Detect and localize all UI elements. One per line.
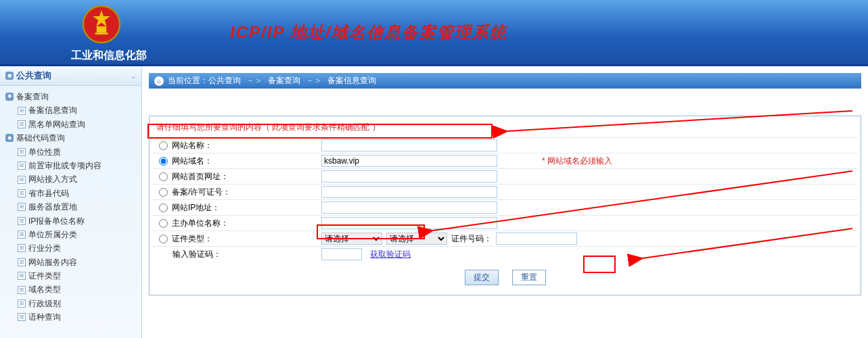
document-icon [18,107,26,115]
cert-no-label: 证件号码： [451,233,492,245]
bc-c[interactable]: 备案信息查询 [327,75,376,87]
input-sponsor[interactable] [321,217,497,229]
opt-site-name[interactable]: 网站名称： [152,140,321,151]
sidebar-item-label: 服务器放置地 [28,200,77,214]
bc-b[interactable]: 备案查询 [268,75,300,87]
input-cert-no[interactable] [496,233,577,245]
query-form: 请仔细填写您所要查询的内容（ 此项查询要求条件精确匹配 ） 网站名称： 网站域名… [149,116,861,295]
captcha-label: 输入验证码： [152,249,321,260]
gear-icon: ✱ [5,72,14,80]
svg-rect-2 [95,33,108,34]
sidebar-item-label: 黑名单网站查询 [28,118,85,131]
document-icon [18,299,26,308]
sidebar-item[interactable]: 域名类型 [3,283,139,296]
input-site-name[interactable] [321,139,497,151]
national-emblem-icon [81,4,122,45]
sidebar-item[interactable]: 前置审批或专项内容 [3,159,139,172]
system-title: ICP/IP 地址/域名信息备案管理系统 [230,22,507,43]
sidebar-item-label: 行政级别 [28,297,61,310]
sidebar-group-label: 基础代码查询 [16,131,65,145]
sidebar-item[interactable]: 单位所属分类 [3,228,139,241]
org-name: 工业和信息化部 [71,49,147,63]
sidebar-item[interactable]: 备案信息查询 [3,103,139,117]
home-icon: ⌂ [154,76,164,86]
sidebar-item-label: 网站服务内容 [28,256,77,269]
document-icon [18,120,26,128]
sidebar-item-label: 备案信息查询 [28,103,77,117]
input-site-domain[interactable] [321,155,497,167]
radio-site-ip[interactable] [159,203,168,212]
radio-site-domain[interactable] [159,157,168,166]
document-icon [18,258,26,266]
sidebar-group[interactable]: ✱基础代码查询 [3,131,139,145]
reset-button[interactable]: 重置 [512,270,546,285]
submit-button[interactable]: 提交 [465,270,499,285]
sidebar-item-label: 单位所属分类 [28,228,77,241]
sidebar-item[interactable]: 网站接入方式 [3,172,139,186]
bc-a[interactable]: 公共查询 [208,75,241,87]
radio-record-no[interactable] [159,188,168,197]
input-captcha[interactable] [321,248,362,260]
opt-record-no[interactable]: 备案/许可证号： [152,187,321,198]
document-icon [18,148,26,156]
svg-rect-1 [97,26,106,33]
opt-sponsor[interactable]: 主办单位名称： [152,218,321,229]
opt-site-ip[interactable]: 网站IP地址： [152,202,321,214]
document-icon [18,244,26,252]
select-cert-type-1[interactable]: 请选择 [321,233,382,245]
sidebar-item-label: 语种查询 [28,310,61,324]
sidebar: ✱ 公共查询 ⌄ ✱备案查询备案信息查询黑名单网站查询✱基础代码查询单位性质前置… [0,66,142,338]
breadcrumb: ⌂ 当前位置： 公共查询 －＞ 备案查询 －＞ 备案信息查询 [149,73,861,89]
sidebar-item-label: 行业分类 [28,241,61,255]
sidebar-item[interactable]: 省市县代码 [3,187,139,200]
opt-cert-type[interactable]: 证件类型： [152,233,321,245]
main-panel: ⌂ 当前位置： 公共查询 －＞ 备案查询 －＞ 备案信息查询 请仔细填写您所要查… [142,66,868,338]
document-icon [18,272,26,280]
input-record-no[interactable] [321,186,497,198]
document-icon [18,176,26,184]
sidebar-header[interactable]: ✱ 公共查询 ⌄ [0,66,141,86]
bc-arrow-icon: －＞ [246,75,262,87]
radio-sponsor[interactable] [159,219,168,228]
sidebar-item-label: 证件类型 [28,269,61,283]
document-icon [18,203,26,211]
radio-site-home[interactable] [159,172,168,181]
sidebar-item[interactable]: 黑名单网站查询 [3,118,139,131]
sidebar-group[interactable]: ✱备案查询 [3,90,139,103]
document-icon [18,231,26,239]
radio-cert-type[interactable] [159,235,168,243]
bc-prefix: 当前位置： [168,75,208,87]
document-icon [18,189,26,197]
sidebar-item-label: 域名类型 [28,283,61,296]
sidebar-item[interactable]: IP报备单位名称 [3,214,139,228]
sidebar-item[interactable]: 证件类型 [3,269,139,283]
sidebar-item[interactable]: 语种查询 [3,310,139,324]
document-icon [18,162,26,170]
document-icon [18,217,26,225]
sidebar-item[interactable]: 行业分类 [3,241,139,255]
domain-required-note: * 网站域名必须输入 [542,155,612,167]
sidebar-item[interactable]: 行政级别 [3,297,139,310]
input-site-home[interactable] [321,170,497,183]
sidebar-item[interactable]: 网站服务内容 [3,256,139,269]
opt-site-domain[interactable]: 网站域名： [152,155,321,167]
document-icon [18,286,26,294]
radio-site-name[interactable] [159,141,168,150]
sidebar-item-label: 前置审批或专项内容 [28,159,101,172]
chevron-down-icon: ⌄ [131,72,136,80]
select-cert-type-2[interactable]: 请选择 [386,233,447,245]
input-site-ip[interactable] [321,201,497,214]
gear-icon: ✱ [5,93,14,101]
sidebar-item-label: 单位性质 [28,145,61,159]
get-captcha-link[interactable]: 获取验证码 [370,249,411,260]
document-icon [18,313,26,321]
form-note: 请仔细填写您所要查询的内容（ 此项查询要求条件精确匹配 ） [152,120,858,137]
gear-icon: ✱ [5,134,14,142]
sidebar-item[interactable]: 单位性质 [3,145,139,159]
sidebar-item[interactable]: 服务器放置地 [3,200,139,214]
bc-arrow-icon: －＞ [306,75,322,87]
sidebar-item-label: 网站接入方式 [28,172,77,186]
opt-site-home[interactable]: 网站首页网址： [152,171,321,183]
sidebar-item-label: IP报备单位名称 [28,214,85,228]
sidebar-title: 公共查询 [16,70,51,82]
